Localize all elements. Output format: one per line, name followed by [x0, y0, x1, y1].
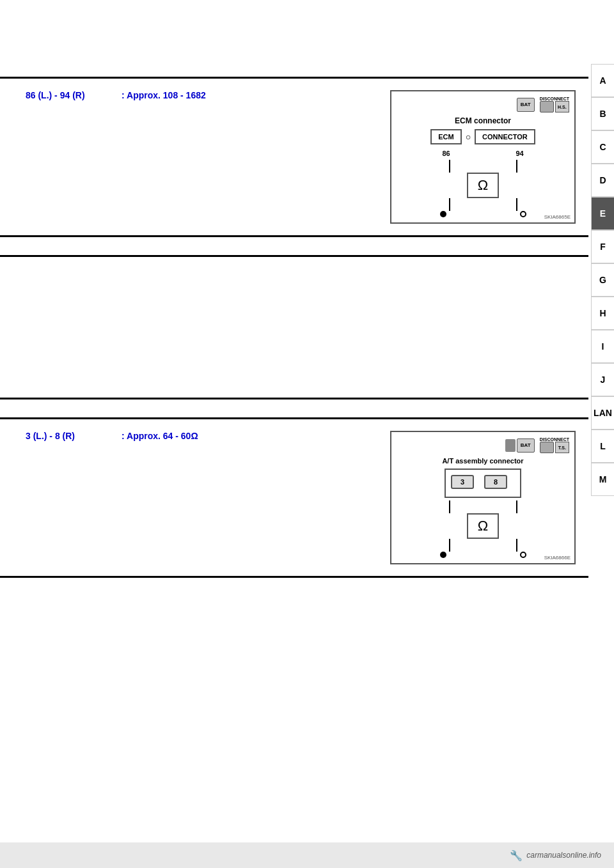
omega-box-ecm: Ω — [467, 173, 499, 198]
wire-left-at — [449, 500, 450, 513]
section3-body: 3 (L.) - 8 (R) : Approx. 64 - 60Ω — [0, 419, 588, 576]
probe-wire-left-ecm — [449, 198, 450, 211]
side-tabs: A B C D E F G H I J LAN L M — [591, 64, 614, 496]
omega-row-ecm: Ω — [397, 173, 569, 198]
tab-J[interactable]: J — [591, 363, 614, 396]
at-connector-title: A/T assembly connector — [397, 457, 569, 465]
section1-text: 86 (L.) - 94 (R) : Approx. 108 - 1682 — [26, 90, 377, 104]
at-disconnect-icons: T.S. — [540, 442, 569, 453]
probe-wire-right-at — [516, 539, 517, 552]
tab-F[interactable]: F — [591, 230, 614, 263]
hand-icon — [505, 439, 516, 452]
probe-dot-left-ecm — [440, 211, 446, 217]
probe-wires-ecm — [397, 198, 569, 211]
tab-A[interactable]: A — [591, 64, 614, 97]
pin-row-ecm: 86 94 — [397, 150, 569, 157]
wire-lines-at — [397, 500, 569, 513]
at-bat-label: BAT — [521, 442, 531, 448]
section1-measurement-label: 86 (L.) - 94 (R) — [26, 90, 102, 100]
wire-right-at — [516, 500, 517, 513]
skia-code-at: SKIA6866E — [544, 555, 571, 561]
gap2 — [0, 399, 614, 417]
wire-right-ecm — [516, 160, 517, 173]
pin2-label-ecm: 94 — [516, 150, 523, 157]
tab-H[interactable]: H — [591, 297, 614, 330]
probe-dot-left-at — [440, 552, 446, 558]
tab-LAN[interactable]: LAN — [591, 396, 614, 430]
bat-icon: BAT — [517, 98, 535, 112]
circle-connector-icon: ○ — [466, 132, 471, 142]
at-ts-icon: T.S. — [555, 442, 569, 453]
section1-body: 86 (L.) - 94 (R) : Approx. 108 - 1682 BA… — [0, 79, 588, 235]
at-bat-icon: BAT — [517, 438, 535, 453]
tab-I[interactable]: I — [591, 330, 614, 363]
at-header-icons: BAT DISCONNECT T.S. — [397, 437, 569, 453]
probe-dots-at — [397, 552, 569, 558]
at-bat-hand-group: BAT — [505, 438, 535, 453]
ecm-diagram-inner: BAT DISCONNECT H.S. — [391, 91, 574, 222]
ecm-box: ECM — [430, 129, 461, 144]
page-container: A B C D E F G H I J LAN L M 86 (L.) - 94… — [0, 0, 614, 868]
section2-wrapper — [0, 255, 614, 399]
at-bat-icon-group: BAT — [505, 438, 535, 453]
tab-E[interactable]: E — [591, 197, 614, 230]
section3-wrapper: 3 (L.) - 8 (R) : Approx. 64 - 60Ω — [0, 417, 614, 578]
footer-logo-text: carmanualsonline.info — [526, 851, 601, 860]
disconnect-group: DISCONNECT H.S. — [540, 97, 569, 112]
section3-inner: 3 (L.) - 8 (R) : Approx. 64 - 60Ω — [26, 431, 576, 564]
section1-measurement-value: : Approx. 108 - 1682 — [122, 90, 206, 100]
section1-inner: 86 (L.) - 94 (R) : Approx. 108 - 1682 BA… — [26, 90, 576, 224]
section2-body — [0, 257, 588, 398]
gap1 — [0, 237, 614, 255]
section3-diagram: BAT DISCONNECT T.S. — [390, 431, 576, 564]
disconnect-label: DISCONNECT — [540, 97, 569, 101]
at-disconnect-icon-plug — [540, 442, 554, 453]
omega-symbol-at: Ω — [478, 518, 488, 534]
footer: 🔧 carmanualsonline.info — [0, 842, 614, 868]
hs-icon: H.S. — [555, 101, 569, 112]
pin1-label-ecm: 86 — [442, 150, 450, 157]
tab-M[interactable]: M — [591, 463, 614, 496]
ecm-box-row: ECM ○ CONNECTOR — [397, 129, 569, 144]
at-diagram-inner: BAT DISCONNECT T.S. — [391, 432, 574, 563]
bat-label: BAT — [521, 102, 531, 107]
skia-code-ecm: SKIA6865E — [544, 214, 571, 220]
probe-dots-ecm — [397, 211, 569, 217]
probe-wire-left-at — [449, 539, 450, 552]
wire-lines-ecm — [397, 160, 569, 173]
tab-C[interactable]: C — [591, 130, 614, 164]
probe-wire-right-ecm — [516, 198, 517, 211]
omega-box-at: Ω — [467, 513, 499, 539]
section3-measurement-value: : Approx. 64 - 60Ω — [122, 431, 198, 441]
at-pin2: 8 — [484, 475, 507, 489]
wire-left-ecm — [449, 160, 450, 173]
at-disconnect-group: DISCONNECT T.S. — [540, 437, 569, 453]
tab-D[interactable]: D — [591, 164, 614, 197]
section3-bottom-rule — [0, 576, 588, 578]
at-disconnect-label: DISCONNECT — [540, 437, 569, 442]
section1-wrapper: 86 (L.) - 94 (R) : Approx. 108 - 1682 BA… — [0, 77, 614, 237]
at-pin-grid: 3 8 — [451, 475, 515, 489]
tab-G[interactable]: G — [591, 263, 614, 297]
section3-measurement-label: 3 (L.) - 8 (R) — [26, 431, 102, 441]
at-pin1: 3 — [451, 475, 474, 489]
section3-measurement-row: 3 (L.) - 8 (R) : Approx. 64 - 60Ω — [26, 431, 377, 441]
at-connector-box: 3 8 — [445, 469, 521, 498]
section1-measurement-row: 86 (L.) - 94 (R) : Approx. 108 - 1682 — [26, 90, 377, 100]
section3-text: 3 (L.) - 8 (R) : Approx. 64 - 60Ω — [26, 431, 377, 445]
disconnect-icons: H.S. — [540, 101, 569, 112]
probe-dot-right-at — [520, 552, 526, 558]
omega-symbol-ecm: Ω — [478, 177, 488, 194]
ecm-connector-label: ECM connector — [397, 116, 569, 125]
tab-B[interactable]: B — [591, 97, 614, 130]
footer-logo-icon: 🔧 — [510, 849, 523, 862]
disconnect-icon-plug — [540, 101, 554, 112]
connector-box: CONNECTOR — [475, 129, 535, 144]
probe-dot-right-ecm — [520, 211, 526, 217]
probe-wires-at — [397, 539, 569, 552]
section1-diagram: BAT DISCONNECT H.S. — [390, 90, 576, 224]
bat-icon-group: BAT — [517, 98, 535, 112]
omega-row-at: Ω — [397, 513, 569, 539]
ecm-header-icons: BAT DISCONNECT H.S. — [397, 97, 569, 112]
tab-L[interactable]: L — [591, 430, 614, 463]
